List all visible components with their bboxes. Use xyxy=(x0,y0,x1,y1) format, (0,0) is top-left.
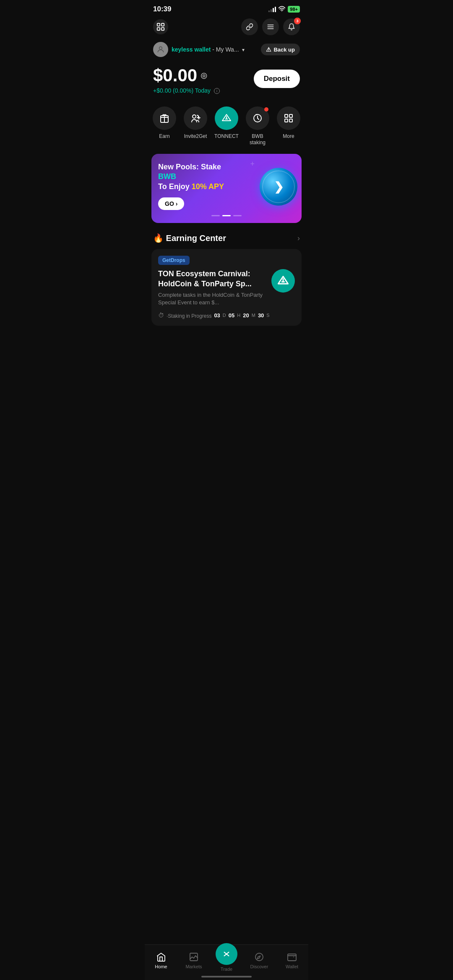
person-add-icon xyxy=(190,113,200,123)
wallet-avatar xyxy=(153,42,168,57)
invite-icon-circle xyxy=(184,106,207,130)
timer-hours: 05 xyxy=(229,312,234,319)
timer-s-label: S xyxy=(266,313,269,318)
wallet-row: keyless wallet - My Wa... ▾ ⚠ Back up xyxy=(145,42,308,65)
signal-bars-icon xyxy=(268,6,276,12)
staking-label: BWB staking xyxy=(243,133,272,145)
tonnect-icon-circle xyxy=(215,106,238,130)
notification-badge: 3 xyxy=(294,18,301,24)
action-invite[interactable]: Invite2Get xyxy=(181,106,210,139)
svg-rect-17 xyxy=(285,114,288,117)
notification-button[interactable]: 3 xyxy=(283,18,300,35)
action-more[interactable]: More xyxy=(274,106,303,139)
svg-rect-19 xyxy=(285,119,288,122)
timer-minutes: 20 xyxy=(243,312,249,319)
wifi-icon xyxy=(279,6,285,13)
balance-amount: $0.00 ◎ xyxy=(153,65,220,86)
warning-icon: ⚠ xyxy=(266,46,271,53)
card-text: TON Ecosystem Carnival: HoldCoin & TonPa… xyxy=(158,269,271,306)
card-icon-circle xyxy=(271,269,295,293)
card-description: Complete tasks in the HoldCoin & TonPart… xyxy=(158,291,267,306)
svg-point-8 xyxy=(159,47,162,49)
card-content: TON Ecosystem Carnival: HoldCoin & TonPa… xyxy=(158,269,295,306)
timer-h-label: H xyxy=(237,313,240,318)
invite-label: Invite2Get xyxy=(184,133,207,139)
quick-actions: Earn Invite2Get TONNECT xyxy=(145,102,308,154)
banner-dot-1[interactable] xyxy=(211,215,220,216)
banner-title: New Pools: Stake BWB To Enjoy 10% APY xyxy=(158,162,233,192)
clock-icon: ⏱ xyxy=(158,312,164,319)
svg-rect-1 xyxy=(157,23,160,26)
earning-center-arrow[interactable]: › xyxy=(297,234,300,243)
svg-point-0 xyxy=(282,10,283,11)
grid-icon xyxy=(284,113,294,123)
status-bar: 10:39 98+ xyxy=(145,0,308,17)
card-tag: GetDrops xyxy=(158,256,190,265)
svg-rect-20 xyxy=(289,119,292,122)
timer-seconds: 30 xyxy=(258,312,264,319)
backup-button[interactable]: ⚠ Back up xyxy=(261,44,300,55)
earn-label: Earn xyxy=(159,133,169,139)
timer-m-label: M xyxy=(252,313,255,318)
battery-indicator: 98+ xyxy=(288,6,300,13)
earn-icon-circle xyxy=(153,106,176,130)
banner-coin-graphic: ❯ xyxy=(260,168,297,205)
action-earn[interactable]: Earn xyxy=(150,106,179,139)
tonnect-card-icon xyxy=(277,275,289,287)
staking-icon xyxy=(253,113,263,123)
staking-icon-circle xyxy=(246,106,269,130)
menu-button[interactable] xyxy=(262,18,279,35)
logo-button[interactable] xyxy=(153,19,168,34)
promo-banner[interactable]: New Pools: Stake BWB To Enjoy 10% APY GO… xyxy=(151,154,302,223)
staking-notification-dot xyxy=(264,107,268,111)
info-icon[interactable]: i xyxy=(214,88,220,94)
more-label: More xyxy=(283,133,294,139)
banner-dot-3[interactable] xyxy=(233,215,242,216)
timer-d-label: D xyxy=(223,313,226,318)
wallet-name: keyless wallet - My Wa... ▾ xyxy=(172,46,245,53)
status-time: 10:39 xyxy=(153,5,171,13)
card-footer: ⏱ ·Staking in Progress 03 D 05 H 20 M 30… xyxy=(158,311,295,319)
earning-card[interactable]: GetDrops TON Ecosystem Carnival: HoldCoi… xyxy=(151,249,302,326)
svg-rect-2 xyxy=(161,23,164,26)
earning-center-title: 🔥 Earning Center xyxy=(153,233,226,243)
more-icon-circle xyxy=(277,106,300,130)
svg-point-10 xyxy=(193,115,196,118)
staking-progress-label: ·Staking in Progress xyxy=(167,313,211,319)
status-icons: 98+ xyxy=(268,6,300,13)
tonnect-label: TONNECT xyxy=(214,133,239,139)
balance-change: +$0.00 (0.00%) Today i xyxy=(153,87,220,94)
timer-days: 03 xyxy=(214,312,220,319)
tonnect-icon xyxy=(221,113,232,123)
action-staking[interactable]: BWB staking xyxy=(243,106,272,145)
gift-icon xyxy=(159,113,169,123)
coin-arrow-icon: ❯ xyxy=(274,180,284,194)
earning-center-header: 🔥 Earning Center › xyxy=(145,233,308,249)
link-button[interactable] xyxy=(241,18,258,35)
banner-dot-2[interactable] xyxy=(222,215,231,216)
banner-pagination xyxy=(158,215,295,216)
svg-rect-4 xyxy=(161,28,164,30)
banner-go-button[interactable]: GO › xyxy=(158,197,184,210)
action-tonnect[interactable]: TONNECT xyxy=(212,106,241,139)
wallet-selector[interactable]: keyless wallet - My Wa... ▾ xyxy=(153,42,245,57)
hide-balance-button[interactable]: ◎ xyxy=(200,71,207,80)
deposit-button[interactable]: Deposit xyxy=(254,70,300,88)
card-title: TON Ecosystem Carnival: HoldCoin & TonPa… xyxy=(158,269,267,289)
balance-section: $0.00 ◎ +$0.00 (0.00%) Today i Deposit xyxy=(145,65,308,102)
banner-text: New Pools: Stake BWB To Enjoy 10% APY GO… xyxy=(158,162,233,210)
coin-circle: ❯ xyxy=(260,168,297,205)
svg-rect-18 xyxy=(289,114,292,117)
svg-rect-3 xyxy=(157,28,160,30)
top-nav: 3 xyxy=(145,17,308,42)
nav-right-buttons: 3 xyxy=(241,18,300,35)
balance-display: $0.00 ◎ +$0.00 (0.00%) Today i xyxy=(153,65,220,94)
